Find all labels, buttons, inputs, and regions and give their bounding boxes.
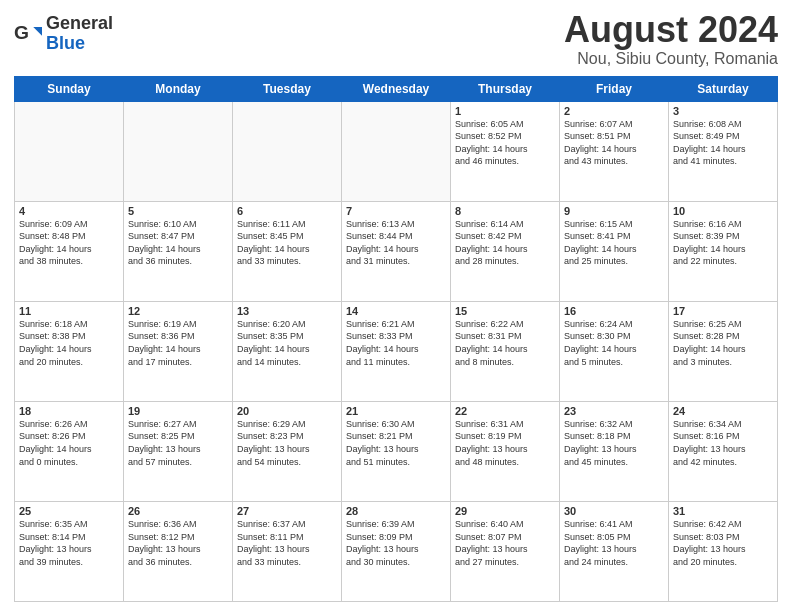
- calendar-cell: 27Sunrise: 6:37 AM Sunset: 8:11 PM Dayli…: [233, 501, 342, 601]
- calendar-cell: 24Sunrise: 6:34 AM Sunset: 8:16 PM Dayli…: [669, 401, 778, 501]
- calendar-week-2: 4Sunrise: 6:09 AM Sunset: 8:48 PM Daylig…: [15, 201, 778, 301]
- day-number: 5: [128, 205, 228, 217]
- calendar-cell: [124, 101, 233, 201]
- day-number: 23: [564, 405, 664, 417]
- day-number: 11: [19, 305, 119, 317]
- calendar-week-4: 18Sunrise: 6:26 AM Sunset: 8:26 PM Dayli…: [15, 401, 778, 501]
- day-number: 17: [673, 305, 773, 317]
- day-info: Sunrise: 6:39 AM Sunset: 8:09 PM Dayligh…: [346, 518, 446, 568]
- day-number: 20: [237, 405, 337, 417]
- day-number: 27: [237, 505, 337, 517]
- calendar-cell: 15Sunrise: 6:22 AM Sunset: 8:31 PM Dayli…: [451, 301, 560, 401]
- day-number: 9: [564, 205, 664, 217]
- calendar-cell: 21Sunrise: 6:30 AM Sunset: 8:21 PM Dayli…: [342, 401, 451, 501]
- day-number: 7: [346, 205, 446, 217]
- day-number: 14: [346, 305, 446, 317]
- day-info: Sunrise: 6:41 AM Sunset: 8:05 PM Dayligh…: [564, 518, 664, 568]
- day-info: Sunrise: 6:27 AM Sunset: 8:25 PM Dayligh…: [128, 418, 228, 468]
- calendar-cell: 10Sunrise: 6:16 AM Sunset: 8:39 PM Dayli…: [669, 201, 778, 301]
- day-info: Sunrise: 6:14 AM Sunset: 8:42 PM Dayligh…: [455, 218, 555, 268]
- day-number: 12: [128, 305, 228, 317]
- calendar-cell: 16Sunrise: 6:24 AM Sunset: 8:30 PM Dayli…: [560, 301, 669, 401]
- calendar-cell: [15, 101, 124, 201]
- day-info: Sunrise: 6:16 AM Sunset: 8:39 PM Dayligh…: [673, 218, 773, 268]
- calendar-table: SundayMondayTuesdayWednesdayThursdayFrid…: [14, 76, 778, 602]
- calendar-header-friday: Friday: [560, 76, 669, 101]
- day-info: Sunrise: 6:20 AM Sunset: 8:35 PM Dayligh…: [237, 318, 337, 368]
- day-number: 28: [346, 505, 446, 517]
- day-info: Sunrise: 6:22 AM Sunset: 8:31 PM Dayligh…: [455, 318, 555, 368]
- day-number: 19: [128, 405, 228, 417]
- calendar-cell: 14Sunrise: 6:21 AM Sunset: 8:33 PM Dayli…: [342, 301, 451, 401]
- calendar-cell: 20Sunrise: 6:29 AM Sunset: 8:23 PM Dayli…: [233, 401, 342, 501]
- day-info: Sunrise: 6:25 AM Sunset: 8:28 PM Dayligh…: [673, 318, 773, 368]
- logo-general: General: [46, 14, 113, 34]
- day-info: Sunrise: 6:24 AM Sunset: 8:30 PM Dayligh…: [564, 318, 664, 368]
- calendar-header-tuesday: Tuesday: [233, 76, 342, 101]
- calendar-cell: 7Sunrise: 6:13 AM Sunset: 8:44 PM Daylig…: [342, 201, 451, 301]
- day-info: Sunrise: 6:18 AM Sunset: 8:38 PM Dayligh…: [19, 318, 119, 368]
- calendar-cell: 5Sunrise: 6:10 AM Sunset: 8:47 PM Daylig…: [124, 201, 233, 301]
- calendar-week-5: 25Sunrise: 6:35 AM Sunset: 8:14 PM Dayli…: [15, 501, 778, 601]
- calendar-cell: 11Sunrise: 6:18 AM Sunset: 8:38 PM Dayli…: [15, 301, 124, 401]
- day-number: 4: [19, 205, 119, 217]
- page: G General Blue August 2024 Nou, Sibiu Co…: [0, 0, 792, 612]
- day-info: Sunrise: 6:36 AM Sunset: 8:12 PM Dayligh…: [128, 518, 228, 568]
- day-number: 10: [673, 205, 773, 217]
- day-number: 29: [455, 505, 555, 517]
- calendar-cell: 28Sunrise: 6:39 AM Sunset: 8:09 PM Dayli…: [342, 501, 451, 601]
- calendar-cell: 31Sunrise: 6:42 AM Sunset: 8:03 PM Dayli…: [669, 501, 778, 601]
- day-info: Sunrise: 6:19 AM Sunset: 8:36 PM Dayligh…: [128, 318, 228, 368]
- calendar-cell: 13Sunrise: 6:20 AM Sunset: 8:35 PM Dayli…: [233, 301, 342, 401]
- day-number: 24: [673, 405, 773, 417]
- day-number: 26: [128, 505, 228, 517]
- calendar-cell: 26Sunrise: 6:36 AM Sunset: 8:12 PM Dayli…: [124, 501, 233, 601]
- day-number: 22: [455, 405, 555, 417]
- calendar-cell: 17Sunrise: 6:25 AM Sunset: 8:28 PM Dayli…: [669, 301, 778, 401]
- day-info: Sunrise: 6:15 AM Sunset: 8:41 PM Dayligh…: [564, 218, 664, 268]
- calendar-header-monday: Monday: [124, 76, 233, 101]
- calendar-cell: 23Sunrise: 6:32 AM Sunset: 8:18 PM Dayli…: [560, 401, 669, 501]
- logo-blue: Blue: [46, 34, 113, 54]
- calendar-header-thursday: Thursday: [451, 76, 560, 101]
- day-info: Sunrise: 6:07 AM Sunset: 8:51 PM Dayligh…: [564, 118, 664, 168]
- calendar-header-row: SundayMondayTuesdayWednesdayThursdayFrid…: [15, 76, 778, 101]
- day-info: Sunrise: 6:35 AM Sunset: 8:14 PM Dayligh…: [19, 518, 119, 568]
- day-info: Sunrise: 6:31 AM Sunset: 8:19 PM Dayligh…: [455, 418, 555, 468]
- day-number: 3: [673, 105, 773, 117]
- calendar-header-wednesday: Wednesday: [342, 76, 451, 101]
- calendar-cell: 22Sunrise: 6:31 AM Sunset: 8:19 PM Dayli…: [451, 401, 560, 501]
- day-info: Sunrise: 6:11 AM Sunset: 8:45 PM Dayligh…: [237, 218, 337, 268]
- calendar-week-1: 1Sunrise: 6:05 AM Sunset: 8:52 PM Daylig…: [15, 101, 778, 201]
- day-number: 25: [19, 505, 119, 517]
- day-number: 13: [237, 305, 337, 317]
- calendar-cell: 2Sunrise: 6:07 AM Sunset: 8:51 PM Daylig…: [560, 101, 669, 201]
- day-number: 1: [455, 105, 555, 117]
- calendar-cell: [233, 101, 342, 201]
- calendar-cell: 18Sunrise: 6:26 AM Sunset: 8:26 PM Dayli…: [15, 401, 124, 501]
- logo: G General Blue: [14, 14, 113, 54]
- calendar-cell: 30Sunrise: 6:41 AM Sunset: 8:05 PM Dayli…: [560, 501, 669, 601]
- calendar-cell: 1Sunrise: 6:05 AM Sunset: 8:52 PM Daylig…: [451, 101, 560, 201]
- svg-marker-1: [33, 27, 42, 36]
- calendar-cell: 9Sunrise: 6:15 AM Sunset: 8:41 PM Daylig…: [560, 201, 669, 301]
- day-number: 16: [564, 305, 664, 317]
- day-info: Sunrise: 6:42 AM Sunset: 8:03 PM Dayligh…: [673, 518, 773, 568]
- svg-text:G: G: [14, 22, 29, 43]
- calendar-cell: 4Sunrise: 6:09 AM Sunset: 8:48 PM Daylig…: [15, 201, 124, 301]
- day-number: 15: [455, 305, 555, 317]
- calendar-cell: 6Sunrise: 6:11 AM Sunset: 8:45 PM Daylig…: [233, 201, 342, 301]
- day-number: 21: [346, 405, 446, 417]
- calendar-header-saturday: Saturday: [669, 76, 778, 101]
- calendar-cell: 3Sunrise: 6:08 AM Sunset: 8:49 PM Daylig…: [669, 101, 778, 201]
- day-number: 2: [564, 105, 664, 117]
- day-info: Sunrise: 6:26 AM Sunset: 8:26 PM Dayligh…: [19, 418, 119, 468]
- header: G General Blue August 2024 Nou, Sibiu Co…: [14, 10, 778, 68]
- day-info: Sunrise: 6:34 AM Sunset: 8:16 PM Dayligh…: [673, 418, 773, 468]
- day-info: Sunrise: 6:29 AM Sunset: 8:23 PM Dayligh…: [237, 418, 337, 468]
- subtitle: Nou, Sibiu County, Romania: [564, 50, 778, 68]
- main-title: August 2024: [564, 10, 778, 50]
- calendar-cell: 8Sunrise: 6:14 AM Sunset: 8:42 PM Daylig…: [451, 201, 560, 301]
- day-number: 18: [19, 405, 119, 417]
- day-info: Sunrise: 6:32 AM Sunset: 8:18 PM Dayligh…: [564, 418, 664, 468]
